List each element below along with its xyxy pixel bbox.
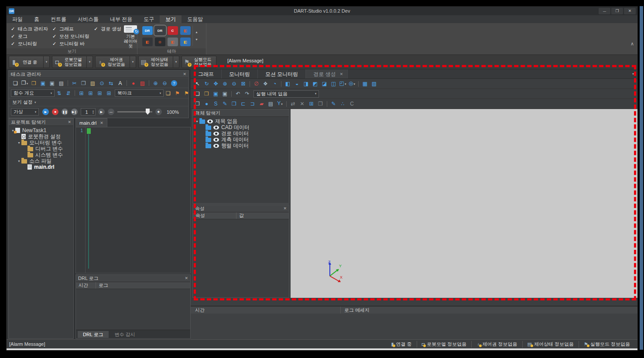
view-bottom-icon[interactable]: ◰▾ [338,79,347,88]
open-scene-icon[interactable]: ❒ [202,90,211,98]
delete-icon[interactable]: ✕ [298,100,307,108]
column-value[interactable]: 값 [236,212,244,219]
code-editor[interactable]: 1 [75,127,191,273]
menu-tools[interactable]: 도구 [138,15,160,23]
properties-body[interactable] [193,219,289,289]
new-file-icon[interactable]: ❏ [11,79,20,87]
sort-az-icon[interactable]: ⇅ [55,89,64,97]
layout-icon[interactable]: ❐ [193,100,202,108]
robot-model-button[interactable]: ◘ 로봇모델정보없음 [52,56,93,68]
theme-cube-dark-red[interactable]: ◧ [142,38,153,46]
column-property[interactable]: 속성 [193,212,236,219]
theme-red-circle[interactable]: C [168,26,178,35]
close-icon[interactable] [68,120,71,124]
edit-path-icon[interactable]: ✎ [329,100,338,108]
minimize-button[interactable] [599,8,610,14]
tree-item[interactable]: main.drl [9,164,73,170]
list-icon[interactable]: ▤ [266,100,275,108]
group-folder-icon[interactable]: ❒ [230,100,239,108]
save-scene-icon[interactable]: ▣ [211,90,220,98]
cut-icon[interactable]: ✂ [70,79,79,87]
checkbox-monitoring[interactable]: 모니터링 [11,41,48,47]
expander-icon[interactable]: ▾ [17,159,21,163]
add-function-icon[interactable]: ⊞ [77,89,86,97]
camera-view-icon[interactable]: ◎▾ [347,79,356,88]
connection-status-button[interactable]: ▮ 연결 중 [9,56,50,68]
checkbox-path-generation[interactable]: 경로 생성 [94,26,121,32]
curve-icon[interactable]: C [347,100,356,108]
import-icon[interactable]: ⊞ [307,100,316,108]
hide-object-icon[interactable]: ∅ [252,80,261,88]
default-layout-button[interactable]: 기본 레이아웃 [124,23,137,48]
copy-icon[interactable]: ❐ [79,79,88,87]
chevron-down-icon[interactable] [173,56,179,68]
close-icon[interactable]: ✕ [100,121,103,125]
menu-file[interactable]: 파일 [7,15,28,23]
status-robot-model[interactable]: ◘로봇모델 정보없음 [417,341,472,348]
tab-overflow-icon[interactable]: ▾ [632,69,634,79]
column-time[interactable]: 시간 [191,307,341,314]
bookmark-prev-icon[interactable]: ⚑ [182,89,191,97]
orbit-center-icon[interactable]: ◔ [270,80,279,88]
view-top-icon[interactable]: ◒ [292,80,301,88]
status-execution-mode[interactable]: ⚑실행모드 정보없음 [579,341,635,348]
search-icon[interactable]: ⊙ [97,79,106,87]
duplicate-icon[interactable]: ❐ [316,100,325,108]
viewport-single-icon[interactable]: ▦ [360,80,370,88]
save-as-icon[interactable]: ▣ [48,79,57,87]
checkbox-motion-monitoring[interactable]: 모션 모니터링 [52,34,89,39]
column-time[interactable]: 시간 [76,282,96,289]
tree-item[interactable]: 행렬 데이터 [193,143,289,149]
view-front-icon[interactable]: ◨ [301,80,311,88]
print-icon[interactable]: ▤ [57,79,66,87]
comment-remove-icon[interactable]: ⊖ [160,79,169,87]
redo-icon[interactable]: ↷ [243,90,252,98]
close-icon[interactable]: ✕ [340,69,343,79]
editor-tab-maindrl[interactable]: main.drl ✕ [75,118,107,127]
checkbox-monitoring-bar[interactable]: 모니터링 바 [52,41,89,47]
viewport-3d[interactable]: Z Y X [291,109,637,298]
new-bookmark-page-icon[interactable]: ❏ [164,89,173,97]
view-iso-icon[interactable]: ◧ [283,80,292,88]
zoom-out-button[interactable]: — [108,109,114,115]
new-file-menu-icon[interactable]: ❐▾ [20,79,29,88]
gallery-down-icon[interactable]: ▼ [195,38,198,41]
slider-handle[interactable] [146,109,150,115]
menu-service-tool[interactable]: 서비스툴 [72,15,104,23]
tab-variable-watch[interactable]: 변수 감시 [110,331,140,338]
replace-icon[interactable]: ⇆ [106,79,116,87]
tab-path-generation[interactable]: 경로 생성✕ [306,69,348,78]
view-back-icon[interactable]: ◫ [329,80,338,88]
status-control-state[interactable]: ▤제어상태 정보없음 [522,341,579,348]
save-icon[interactable]: ▣ [38,79,48,87]
tag-icon[interactable]: ✎ [220,100,230,108]
close-button[interactable] [624,8,636,14]
sort-za-icon[interactable]: ⇵ [64,89,73,97]
tab-graph[interactable]: 그래프 [191,69,222,78]
menu-internal[interactable]: 내부 전용 [104,15,138,23]
save-scene-as-icon[interactable]: ▣ [220,90,230,98]
scatter-icon[interactable]: ∴ [338,100,347,108]
stepper-down-icon[interactable]: ▼ [92,112,94,114]
expander-icon[interactable]: ▾ [195,119,199,123]
tree-item[interactable]: ▾소스 파일 [9,158,73,164]
offset-out-icon[interactable]: ⊐ [248,100,257,108]
bottom-log-body[interactable] [191,314,637,339]
history-combo[interactable]: 실행 내역 없음 [253,90,319,98]
menu-home[interactable]: 홈 [28,15,45,23]
add-monitor-icon[interactable]: ⊞ [86,89,95,97]
close-icon[interactable] [185,276,188,280]
bookmark-next-icon[interactable]: ⚑ [173,89,182,97]
expander-icon[interactable]: ▾ [17,141,21,145]
play-button[interactable]: ▶ [42,109,49,115]
select-icon[interactable]: ↖ [193,80,202,88]
generate-icon[interactable]: Y▾ [275,99,284,108]
tab-motion-monitoring[interactable]: 모션 모니터링 [258,69,306,78]
zoom-in-icon[interactable]: ⊕ [220,80,230,88]
offset-in-icon[interactable]: ⊏ [239,100,248,108]
close-icon[interactable] [183,72,186,76]
viewport-quad-icon[interactable]: ▧ [370,80,379,88]
chevron-down-icon[interactable] [86,56,92,68]
control-authority-button[interactable]: ♁ 제어권정보없음 [95,56,136,68]
chevron-down-icon[interactable] [43,56,49,68]
